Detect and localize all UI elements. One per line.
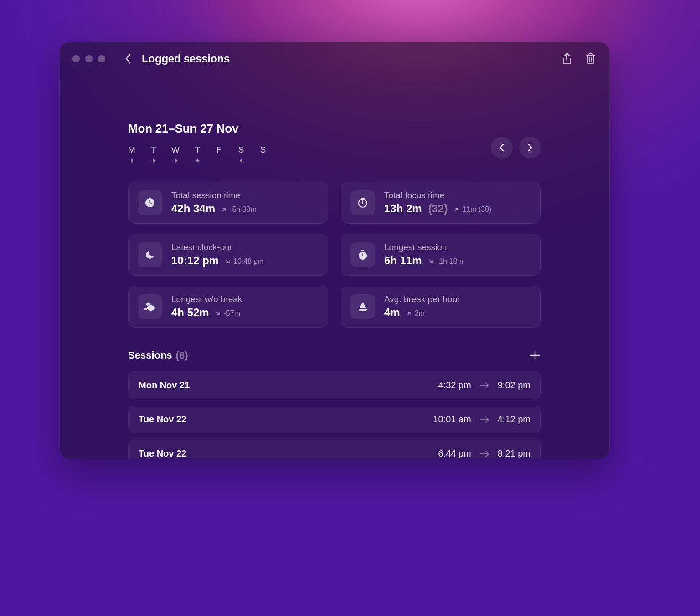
session-start-time: 4:32 pm: [438, 380, 471, 390]
stat-value: 6h 11m: [384, 254, 422, 267]
activity-dot-icon: [196, 159, 199, 162]
moon-icon: [138, 242, 162, 267]
activity-dot-icon: [131, 159, 133, 162]
weekday-letter: T: [195, 145, 200, 155]
share-button[interactable]: [561, 53, 573, 65]
previous-week-button[interactable]: [491, 137, 513, 159]
stat-label: Total focus time: [384, 190, 531, 200]
session-start-time: 6:44 pm: [438, 448, 471, 459]
stat-body: Total session time42h 34m-5h 39m: [171, 190, 319, 215]
weekday-cell[interactable]: S: [259, 145, 267, 162]
delete-button[interactable]: [585, 53, 597, 65]
boat-icon: [350, 294, 375, 319]
weekday-letter: F: [216, 145, 222, 155]
weekday-letter: S: [260, 145, 266, 155]
content-area: Mon 21–Sun 27 Nov MTWTFSS Total session …: [60, 122, 609, 459]
stat-delta: 11m (30): [454, 205, 491, 214]
stat-body: Avg. break per hour4m2m: [384, 294, 531, 319]
stat-delta: 10:48 pm: [225, 257, 264, 266]
svg-rect-3: [361, 250, 364, 251]
clock-icon: [138, 190, 162, 215]
back-button[interactable]: [122, 52, 134, 65]
stat-delta: -5h 39m: [221, 205, 257, 214]
stat-body: Latest clock-out10:12 pm10:48 pm: [171, 242, 319, 267]
rabbit-icon: [138, 294, 162, 319]
weekday-strip: MTWTFSS: [128, 145, 267, 162]
weekday-cell[interactable]: W: [172, 145, 179, 162]
stat-label: Latest clock-out: [171, 242, 319, 252]
date-range-label: Mon 21–Sun 27 Nov: [128, 122, 541, 136]
session-list: Mon Nov 214:32 pm9:02 pmTue Nov 2210:01 …: [128, 371, 541, 459]
chevron-left-icon: [499, 144, 504, 152]
stat-delta: -1h 18m: [428, 257, 463, 266]
stat-label: Avg. break per hour: [384, 294, 531, 304]
weekday-letter: S: [238, 145, 244, 155]
weekday-letter: W: [171, 145, 180, 155]
session-times: 4:32 pm9:02 pm: [438, 380, 530, 390]
stat-value: 13h 2m: [384, 202, 422, 215]
sessions-header: Sessions (8): [128, 349, 541, 361]
stat-delta: -57m: [216, 309, 240, 318]
stat-value: 10:12 pm: [171, 254, 219, 267]
session-date: Tue Nov 22: [139, 448, 186, 459]
stat-label: Longest session: [384, 242, 531, 252]
stat-value: 4m: [384, 306, 400, 319]
weekday-cell[interactable]: S: [237, 145, 245, 162]
session-row[interactable]: Mon Nov 214:32 pm9:02 pm: [128, 371, 541, 399]
timer-icon: [350, 190, 375, 215]
arrow-right-icon: [479, 416, 489, 423]
session-date: Mon Nov 21: [139, 380, 190, 390]
stat-card[interactable]: Avg. break per hour4m2m: [341, 286, 541, 328]
stat-card[interactable]: Longest w/o break4h 52m-57m: [128, 286, 328, 328]
stat-body: Longest session6h 11m-1h 18m: [384, 242, 531, 267]
svg-point-4: [147, 305, 155, 311]
stopwatch-icon: [350, 242, 375, 267]
trash-icon: [585, 53, 596, 65]
weekday-cell[interactable]: F: [216, 145, 223, 162]
stat-value-suffix: (32): [428, 202, 448, 215]
svg-point-7: [144, 308, 147, 310]
weekday-letter: T: [151, 145, 156, 155]
arrow-right-icon: [479, 382, 489, 389]
sessions-title: Sessions: [128, 349, 172, 361]
session-date: Tue Nov 22: [139, 414, 186, 425]
stat-value: 4h 52m: [171, 306, 209, 319]
stat-label: Longest w/o break: [171, 294, 319, 304]
close-window-button[interactable]: [72, 55, 80, 62]
stat-value: 42h 34m: [171, 202, 215, 215]
titlebar: Logged sessions: [60, 42, 609, 75]
arrow-right-icon: [479, 450, 489, 457]
stat-card[interactable]: Latest clock-out10:12 pm10:48 pm: [128, 234, 328, 276]
stat-card[interactable]: Total focus time13h 2m(32)11m (30): [341, 182, 541, 224]
weekday-cell[interactable]: M: [128, 145, 135, 162]
stat-body: Total focus time13h 2m(32)11m (30): [384, 190, 531, 215]
next-week-button[interactable]: [519, 137, 541, 159]
add-session-button[interactable]: [529, 349, 541, 361]
weekday-cell[interactable]: T: [194, 145, 201, 162]
activity-dot-icon: [153, 159, 155, 162]
session-end-time: 9:02 pm: [498, 380, 530, 390]
page-title: Logged sessions: [142, 52, 230, 65]
stat-delta: 2m: [407, 309, 425, 318]
session-row[interactable]: Tue Nov 226:44 pm8:21 pm: [128, 440, 541, 459]
session-start-time: 10:01 am: [433, 414, 471, 425]
stat-label: Total session time: [171, 190, 319, 200]
zoom-window-button[interactable]: [98, 55, 105, 62]
stats-grid: Total session time42h 34m-5h 39mTotal fo…: [128, 182, 541, 328]
weekday-letter: M: [128, 145, 135, 155]
weekday-cell[interactable]: T: [150, 145, 157, 162]
chevron-right-icon: [527, 144, 533, 152]
plus-icon: [530, 350, 540, 360]
date-range-section: Mon 21–Sun 27 Nov MTWTFSS: [128, 122, 541, 162]
sessions-count: (8): [176, 349, 188, 361]
minimize-window-button[interactable]: [85, 55, 93, 62]
stat-card[interactable]: Longest session6h 11m-1h 18m: [341, 234, 541, 276]
stat-body: Longest w/o break4h 52m-57m: [171, 294, 319, 319]
stat-card[interactable]: Total session time42h 34m-5h 39m: [128, 182, 328, 224]
app-window: Logged sessions Mon 21–Sun 27 Nov MTWTFS…: [59, 42, 610, 459]
chevron-left-icon: [125, 54, 131, 64]
window-controls: [72, 55, 105, 62]
session-row[interactable]: Tue Nov 2210:01 am4:12 pm: [128, 406, 541, 433]
share-icon: [561, 52, 572, 65]
session-end-time: 8:21 pm: [498, 448, 530, 459]
